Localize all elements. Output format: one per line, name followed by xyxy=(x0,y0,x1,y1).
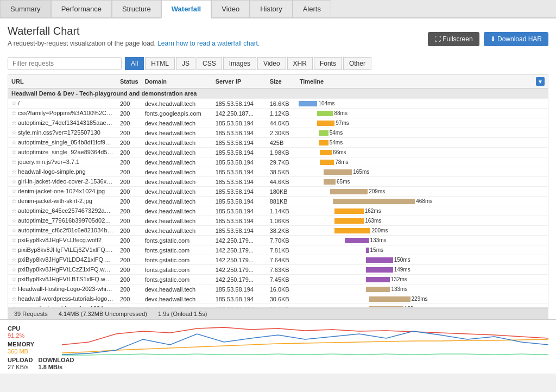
cpu-value: 91.2% xyxy=(8,332,62,339)
tab-structure[interactable]: Structure xyxy=(112,0,161,17)
table-row[interactable]: ☆denim-jacket-with-skirt-2.jpg 200 devx.… xyxy=(8,197,548,206)
filter-js[interactable]: JS xyxy=(176,57,195,70)
filter-other[interactable]: Other xyxy=(343,57,371,70)
cpu-label: CPU xyxy=(8,325,62,332)
table-row[interactable]: ☆Headwall-Hosting-Logo-2023-white-t... 2… xyxy=(8,284,548,294)
domain-cell: devx.headwall.tech xyxy=(142,167,212,177)
url-cell: ☆pxiByp8kv8JHgFVtLBTS1xlFQ.woff2 xyxy=(8,275,117,284)
table-row[interactable]: ☆autoptimize_cf6c2f01c6e821034b15b... 20… xyxy=(8,226,548,236)
filter-fonts[interactable]: Fonts xyxy=(314,57,342,70)
star-icon: ☆ xyxy=(11,159,17,165)
table-row[interactable]: ☆headwall-logo-simple.png 200 devx.headw… xyxy=(8,167,548,177)
perf-chart-area xyxy=(62,323,548,356)
perf-panel: CPU 91.2% MEMORY 360 MB UPLOAD 27 KB/s D… xyxy=(0,319,556,374)
timeline-cell: 163ms xyxy=(296,216,548,226)
star-icon: ☆ xyxy=(11,276,17,282)
fullscreen-button[interactable]: ⛶ Fullscreen xyxy=(428,32,479,46)
filter-bar: All HTML JS CSS Images Video XHR Fonts O… xyxy=(8,57,548,70)
size-cell: 16.6KB xyxy=(267,99,296,109)
filter-xhr[interactable]: XHR xyxy=(287,57,313,70)
status-cell: 200 xyxy=(117,148,142,157)
table-row[interactable]: ☆denim-jacket-one-1024x1024.jpg 200 devx… xyxy=(8,187,548,197)
table-row[interactable]: ☆power-plugins-white-retina-1024x25... 2… xyxy=(8,304,548,308)
url-cell: ☆autoptimize_single_92ae89364d576c... xyxy=(8,148,117,157)
filter-all[interactable]: All xyxy=(125,57,144,70)
size-cell: 1.14KB xyxy=(267,206,296,216)
table-row[interactable]: ☆autoptimize_645ce2574673292ab891... 200… xyxy=(8,206,548,216)
star-icon: ☆ xyxy=(11,119,17,126)
url-cell: ☆denim-jacket-one-1024x1024.jpg xyxy=(8,187,117,197)
timeline-cell: 65ms xyxy=(296,177,548,187)
size-cell: 7.64KB xyxy=(267,255,296,265)
table-row[interactable]: ☆autoptimize_single_92ae89364d576c... 20… xyxy=(8,148,548,157)
col-domain: Domain xyxy=(142,75,212,88)
domain-cell: devx.headwall.tech xyxy=(142,177,212,187)
memory-value: 360 MB xyxy=(8,348,62,355)
tab-waterfall[interactable]: Waterfall xyxy=(161,0,211,18)
timeline-cell: 468ms xyxy=(296,197,548,206)
table-row[interactable]: ☆autoptimize_single_054b8df1fcf9ebe... 2… xyxy=(8,138,548,148)
star-icon: ☆ xyxy=(11,256,17,263)
size-cell: 180KB xyxy=(267,187,296,197)
star-icon: ☆ xyxy=(11,100,17,106)
domain-cell: fonts.gstatic.com xyxy=(142,275,212,284)
table-row[interactable]: ☆/ 200 devx.headwall.tech 185.53.58.194 … xyxy=(8,99,548,109)
ip-cell: 185.53.58.194 xyxy=(212,177,267,187)
size-cell: 1.06KB xyxy=(267,216,296,226)
ip-cell: 185.53.58.194 xyxy=(212,187,267,197)
ip-cell: 142.250.179... xyxy=(212,255,267,265)
table-row[interactable]: ☆style.min.css?ver=1725507130 200 devx.h… xyxy=(8,128,548,138)
timeline-cell: 66ms xyxy=(296,148,548,157)
domain-cell: devx.headwall.tech xyxy=(142,99,212,109)
tab-history[interactable]: History xyxy=(250,0,292,17)
upload-value: 27 KB/s xyxy=(8,364,33,370)
star-icon: ☆ xyxy=(11,168,17,175)
timeline-arrow[interactable]: ▼ xyxy=(536,77,545,86)
col-url: URL xyxy=(8,75,117,88)
filter-css[interactable]: CSS xyxy=(197,57,222,70)
table-row[interactable]: ☆autoptimize_74dcf134143185aae400... 200… xyxy=(8,118,548,128)
group-header: Headwall Demo & Dev - Tech-playground an… xyxy=(8,88,548,99)
url-cell: ☆pxiByp8kv8JHgFVtLDD4Z1xlFQ.woff2 xyxy=(8,255,117,265)
table-row[interactable]: ☆css?family=Poppins%3A100%2C100... 200 f… xyxy=(8,109,548,118)
tab-summary[interactable]: Summary xyxy=(0,0,51,17)
ip-cell: 142.250.179... xyxy=(212,265,267,275)
url-cell: ☆power-plugins-white-retina-1024x25... xyxy=(8,304,117,308)
table-row[interactable]: ☆jquery.min.js?ver=3.7.1 200 devx.headwa… xyxy=(8,157,548,167)
requests-stat: 39 Requests xyxy=(14,311,48,317)
domain-cell: devx.headwall.tech xyxy=(142,187,212,197)
url-cell: ☆denim-jacket-with-skirt-2.jpg xyxy=(8,197,117,206)
memory-label: MEMORY xyxy=(8,341,62,347)
filter-images[interactable]: Images xyxy=(223,57,256,70)
subtitle-link[interactable]: Learn how to read a waterfall chart. xyxy=(157,40,260,47)
timeline-cell: 132ms xyxy=(296,275,548,284)
status-cell: 200 xyxy=(117,157,142,167)
table-row[interactable]: ☆pxiByp8kv8JHgFVtLCzZ1xlFQ.woff2 200 fon… xyxy=(8,265,548,275)
url-cell: ☆headwall-wordpress-tutorials-logo-w... xyxy=(8,294,117,304)
filter-video[interactable]: Video xyxy=(257,57,286,70)
status-cell: 200 xyxy=(117,265,142,275)
download-har-button[interactable]: ⬇ Download HAR xyxy=(484,32,548,46)
waterfall-table-container[interactable]: URL Status Domain Server IP Size Timelin… xyxy=(8,74,548,308)
star-icon: ☆ xyxy=(11,139,17,146)
table-row[interactable]: ☆pxiByp8kv8JHgFVtLBTS1xlFQ.woff2 200 fon… xyxy=(8,275,548,284)
table-row[interactable]: ☆pxiEyp8kv8JHgFVrJJfecg.woff2 200 fonts.… xyxy=(8,236,548,245)
ip-cell: 185.53.58.194 xyxy=(212,157,267,167)
status-cell: 200 xyxy=(117,99,142,109)
star-icon: ☆ xyxy=(11,286,17,292)
search-input[interactable] xyxy=(8,57,122,70)
col-status: Status xyxy=(117,75,142,88)
table-row[interactable]: ☆pxiByp8kv8JHgFVtLDD4Z1xlFQ.woff2 200 fo… xyxy=(8,255,548,265)
table-row[interactable]: ☆girl-in-jacket-video-cover-2-1536x8... … xyxy=(8,177,548,187)
table-row[interactable]: ☆pixiByp8kv8JHgFVtLEj6ZV1xlFQ.woff2 200 … xyxy=(8,245,548,255)
table-row[interactable]: ☆headwall-wordpress-tutorials-logo-w... … xyxy=(8,294,548,304)
size-cell: 7.70KB xyxy=(267,236,296,245)
tab-performance[interactable]: Performance xyxy=(51,0,112,17)
timeline-cell: 209ms xyxy=(296,187,548,197)
ip-cell: 185.53.58.194 xyxy=(212,226,267,236)
tab-video[interactable]: Video xyxy=(211,0,250,17)
waterfall-table: URL Status Domain Server IP Size Timelin… xyxy=(8,75,548,308)
table-row[interactable]: ☆autoptimize_779616b399705d02d23b... 200… xyxy=(8,216,548,226)
filter-html[interactable]: HTML xyxy=(145,57,175,70)
tab-alerts[interactable]: Alerts xyxy=(293,0,331,17)
